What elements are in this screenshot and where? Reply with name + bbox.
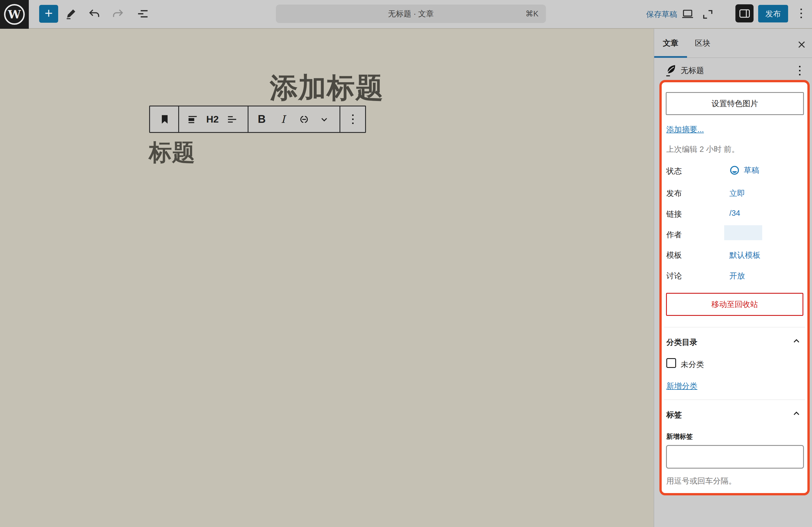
permalink-value[interactable]: /34 [729,209,740,218]
pencil-icon [65,8,77,20]
discussion-label: 讨论 [666,271,682,281]
bold-button[interactable]: B [252,106,272,132]
link-label: 链接 [666,209,682,219]
undo-button[interactable] [87,6,101,21]
tags-helper-text: 用逗号或回车分隔。 [666,476,736,486]
bookmark-icon [160,114,169,124]
tab-block[interactable]: 区块 [695,29,710,58]
document-overview-button[interactable] [136,6,150,21]
categories-section-title: 分类目录 [666,337,697,347]
preview-button[interactable] [680,7,695,21]
editor-top-bar: W + 无标题 · 文章 ⌘K 保存草稿 [0,0,812,29]
close-icon [797,40,807,49]
redo-button[interactable] [111,6,125,21]
status-text: 草稿 [744,165,759,176]
laptop-icon [681,8,694,21]
add-category-link[interactable]: 新增分类 [666,381,697,391]
more-formatting-button[interactable] [314,106,334,132]
editor-canvas: 添加标题 H2 B I [0,29,654,527]
align-left-icon [227,114,237,125]
discussion-value[interactable]: 开放 [729,271,745,281]
close-sidebar-button[interactable] [795,37,809,52]
fullscreen-button[interactable] [700,7,715,21]
category-checkbox-uncategorized[interactable] [666,358,676,368]
set-featured-image-button[interactable]: 设置特色图片 [666,92,804,115]
toolbar-separator [248,106,248,132]
status-value[interactable]: 草稿 [729,165,759,176]
tags-collapse-button[interactable] [790,407,803,420]
template-value[interactable]: 默认模板 [729,250,760,260]
italic-button[interactable]: I [273,106,293,132]
chevron-up-icon [792,336,801,346]
template-label: 模板 [666,250,682,260]
last-edited-text: 上次编辑 2 小时 前。 [666,144,739,154]
link-icon [298,114,310,125]
save-draft-button[interactable]: 保存草稿 [644,0,679,29]
add-tag-input[interactable] [666,445,804,469]
kebab-icon [352,115,353,124]
post-options-button[interactable] [793,63,807,78]
document-name: 无标题 [681,61,704,80]
list-view-icon [136,7,149,20]
panel-divider [664,327,805,327]
block-inserter-button[interactable]: + [39,5,58,23]
document-summary-row: 无标题 [654,61,812,80]
move-to-trash-button[interactable]: 移动至回收站 [666,293,803,316]
block-toolbar: H2 B I [149,106,366,133]
author-label: 作者 [666,229,682,240]
kebab-icon [799,66,800,75]
plus-icon: + [45,6,53,20]
sidebar-tabs: 文章 区块 [654,29,812,58]
link-button[interactable] [294,106,314,132]
post-title-placeholder[interactable]: 添加标题 [148,73,505,103]
categories-collapse-button[interactable] [790,335,803,347]
heading-block-placeholder[interactable]: 标题 [149,141,195,164]
active-tab-indicator [654,56,687,58]
kebab-icon [800,9,802,18]
author-select[interactable] [724,225,762,240]
redo-icon [112,7,125,20]
add-tag-label: 新增标签 [666,432,693,441]
tools-button[interactable] [64,6,78,21]
draft-status-icon [729,165,740,176]
block-selector-button[interactable] [155,106,175,132]
tags-section-title: 标签 [666,410,682,420]
toolbar-separator [178,106,179,132]
publish-button[interactable]: 发布 [758,5,788,22]
publish-label: 发布 [666,188,682,198]
wordpress-w-icon: W [4,4,25,25]
heading-level-label: H2 [206,114,219,125]
chevron-up-icon [792,409,801,419]
settings-sidebar: 文章 区块 无标题 设置特色图片 添加摘要... 上次编辑 2 小时 前。 状态 [654,29,812,527]
bold-label: B [258,113,265,125]
chevron-down-icon [319,115,329,124]
command-bar[interactable]: 无标题 · 文章 ⌘K [276,5,546,23]
block-options-button[interactable] [343,106,363,132]
italic-label: I [281,113,285,125]
toolbar-separator [339,106,340,132]
heading-block-icon [187,114,198,125]
expand-icon [702,8,714,20]
heading-level-button[interactable]: H2 [202,106,222,132]
heading-block-button[interactable] [183,106,203,132]
add-excerpt-link[interactable]: 添加摘要... [666,124,704,135]
status-label: 状态 [666,166,682,176]
undo-icon [88,7,101,20]
sidebar-panel-icon [739,9,750,18]
post-settings-highlighted-panel: 设置特色图片 添加摘要... 上次编辑 2 小时 前。 状态 草稿 发布 立即 … [659,80,810,495]
command-shortcut: ⌘K [525,5,538,23]
text-align-button[interactable] [222,106,242,132]
options-menu-button[interactable] [794,6,808,20]
tab-post[interactable]: 文章 [663,29,678,58]
post-leaf-icon [665,63,677,77]
category-checkbox-label[interactable]: 未分类 [681,359,704,370]
publish-date-value[interactable]: 立即 [729,188,745,198]
document-title: 无标题 · 文章 [388,9,434,19]
panel-divider [664,400,805,400]
wordpress-logo[interactable]: W [0,0,29,29]
settings-sidebar-toggle[interactable] [736,4,754,22]
